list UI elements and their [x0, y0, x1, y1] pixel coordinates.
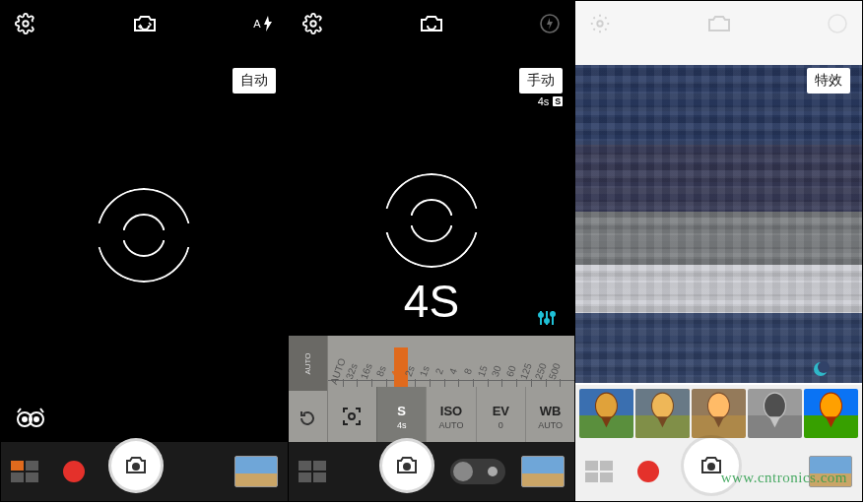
- watermark-text: www.cntronics.com: [721, 470, 847, 486]
- filter-strip: [575, 385, 862, 442]
- top-bar: A: [1, 9, 288, 38]
- focus-reticle: [384, 173, 479, 268]
- flash-off-icon[interactable]: [539, 13, 561, 34]
- flash-auto-icon[interactable]: A: [253, 16, 273, 32]
- reset-icon[interactable]: [289, 391, 327, 446]
- filter-sketch[interactable]: [748, 389, 802, 438]
- param-ev[interactable]: EV0: [476, 387, 525, 446]
- top-bar: [289, 9, 575, 38]
- settings-icon[interactable]: [15, 13, 36, 34]
- svg-point-5: [132, 463, 140, 471]
- mode-badge-auto[interactable]: 自动: [233, 68, 276, 94]
- param-iso[interactable]: ISOAUTO: [426, 387, 475, 446]
- switch-camera-icon[interactable]: [705, 13, 733, 34]
- flash-icon[interactable]: [827, 13, 848, 34]
- svg-point-14: [598, 21, 604, 27]
- filter-warm[interactable]: [635, 389, 690, 438]
- settings-icon[interactable]: [589, 13, 611, 34]
- svg-point-4: [34, 417, 38, 421]
- mode-grid-button[interactable]: [585, 461, 613, 482]
- switch-camera-icon[interactable]: [418, 13, 445, 34]
- camera-effects-panel: 特效: [574, 1, 862, 501]
- auto-chip[interactable]: AUTO: [289, 336, 327, 391]
- bottom-bar: [1, 442, 288, 501]
- top-bar: [575, 9, 862, 38]
- svg-point-9: [545, 319, 549, 323]
- svg-point-15: [829, 15, 846, 32]
- mode-grid-button[interactable]: [11, 461, 38, 482]
- svg-point-11: [349, 413, 355, 419]
- settings-icon[interactable]: [302, 13, 324, 34]
- svg-point-8: [539, 313, 543, 317]
- filter-normal[interactable]: [579, 389, 633, 438]
- svg-point-6: [310, 21, 316, 27]
- filter-yellow[interactable]: [692, 389, 746, 438]
- mode-badge-effects[interactable]: 特效: [807, 68, 850, 94]
- switch-camera-icon[interactable]: [131, 13, 159, 34]
- svg-point-10: [551, 312, 555, 316]
- svg-point-28: [707, 463, 715, 471]
- param-shutter[interactable]: S4s: [376, 387, 426, 446]
- mode-sub-indicator: 4s S: [538, 95, 564, 107]
- mode-toggle[interactable]: [450, 459, 505, 484]
- param-row: S4sISOAUTOEV0WBAUTO: [328, 387, 575, 446]
- adjust-icon[interactable]: [537, 308, 557, 328]
- record-button[interactable]: [637, 461, 659, 482]
- shutter-button[interactable]: [379, 438, 434, 493]
- svg-point-12: [403, 463, 411, 471]
- svg-point-0: [23, 21, 29, 27]
- svg-point-13: [488, 467, 498, 476]
- bottom-bar: [289, 442, 575, 501]
- gallery-thumbnail[interactable]: [234, 456, 278, 487]
- param-wb[interactable]: WBAUTO: [525, 387, 574, 446]
- camera-manual-panel: 手动 4s S 4S AUTO AUTO32s16s8s4s2s1s248153…: [288, 1, 575, 501]
- gallery-thumbnail[interactable]: [521, 456, 565, 487]
- mode-grid-button[interactable]: [299, 461, 326, 482]
- mode-badge-manual[interactable]: 手动: [519, 68, 563, 94]
- svg-point-3: [23, 417, 27, 421]
- owl-icon[interactable]: [15, 407, 46, 432]
- focus-reticle: [97, 188, 191, 283]
- filter-vivid[interactable]: [804, 389, 858, 438]
- shutter-scale[interactable]: AUTO32s16s8s4s2s1s248153060125250500: [328, 336, 575, 387]
- viewfinder-preview: [575, 65, 862, 383]
- level-indicator-icon: [811, 359, 831, 379]
- camera-auto-panel: A 自动: [1, 1, 288, 501]
- shutter-value-display: 4S: [404, 275, 459, 328]
- svg-point-17: [818, 361, 830, 373]
- manual-controls: AUTO AUTO32s16s8s4s2s1s24815306012525050…: [289, 336, 575, 446]
- param-focus[interactable]: [328, 387, 376, 446]
- record-button[interactable]: [63, 461, 85, 482]
- shutter-button[interactable]: [108, 438, 164, 493]
